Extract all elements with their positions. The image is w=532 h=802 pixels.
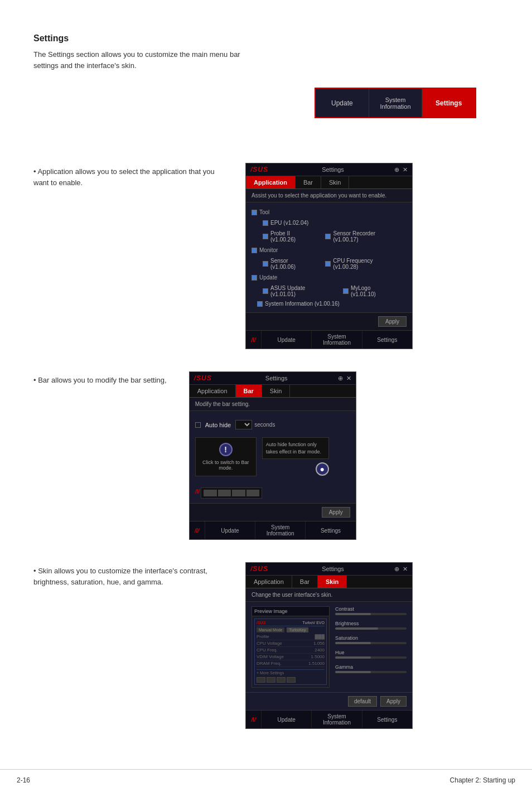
bullet-section-1: Application allows you to select the app… — [33, 163, 499, 349]
brightness-group: Brightness — [335, 621, 407, 630]
monitor-section: Monitor — [252, 247, 407, 253]
sensor-checkbox[interactable] — [263, 261, 268, 267]
bar-preview-area: ! Click to switch to Bar mode. Auto hide… — [195, 434, 350, 480]
tab-skin[interactable]: Skin — [321, 176, 349, 189]
bar-pin-icon[interactable]: ⊕ — [338, 375, 343, 382]
contrast-group: Contrast — [335, 606, 407, 615]
bottom-update-btn[interactable]: Update — [262, 331, 312, 349]
app-apply-button[interactable]: Apply — [378, 316, 407, 327]
mini-bar-row: /I/ — [195, 484, 350, 499]
bar-switch-icon[interactable]: ! — [219, 443, 233, 456]
bar-tab-bar[interactable]: Bar — [236, 385, 262, 397]
auto-hide-checkbox[interactable] — [195, 422, 201, 428]
contrast-label: Contrast — [335, 606, 407, 612]
close-icon[interactable]: ✕ — [403, 166, 408, 173]
skin-window-titlebar: /SUS Settings ⊕ ✕ — [246, 563, 412, 576]
skin-prev-row2: CPU Voltage 1.056 — [257, 640, 325, 647]
update-checkbox[interactable] — [252, 275, 257, 281]
brightness-track[interactable] — [335, 627, 407, 630]
pin-icon[interactable]: ⊕ — [394, 166, 399, 173]
skin-ctrl-4 — [287, 677, 296, 683]
bar-window-controls: ⊕ ✕ — [338, 375, 351, 382]
skin-bottom-settings-btn[interactable]: Settings — [362, 711, 412, 728]
saturation-label: Saturation — [335, 635, 407, 641]
gamma-group: Gamma — [335, 664, 407, 673]
skin-tab-bar[interactable]: Bar — [292, 576, 318, 588]
sensor-recorder-checkbox[interactable] — [325, 234, 331, 239]
asus-update-checkbox[interactable] — [263, 288, 268, 294]
skin-ctrl-2 — [267, 677, 275, 683]
cpu-freq-item: CPU Frequency (v1.00.28) — [320, 257, 401, 271]
page-title: Settings — [33, 33, 499, 44]
saturation-track[interactable] — [335, 642, 407, 644]
app-bottom-bar: /I/ Update SystemInformation Settings — [246, 330, 412, 349]
skin-tab-application[interactable]: Application — [246, 576, 292, 588]
bullet-section-2: Bar allows you to modify the bar setting… — [33, 371, 499, 540]
skin-ctrl-1 — [257, 677, 265, 683]
bottom-settings-btn[interactable]: Settings — [362, 331, 412, 349]
sysinfo-checkbox[interactable] — [257, 301, 263, 307]
monitor-checkbox[interactable] — [252, 248, 257, 253]
gamma-label: Gamma — [335, 664, 407, 670]
bar-bottom-sysinfo-btn[interactable]: SystemInformation — [255, 521, 306, 539]
app-tabs: Application Bar Skin — [246, 176, 412, 189]
epu-item: EPU (v1.02.04) — [257, 219, 314, 227]
mini-logo: /I/ — [195, 489, 200, 495]
tab-application[interactable]: Application — [246, 176, 296, 189]
skin-close-icon[interactable]: ✕ — [403, 566, 408, 573]
bar-tab-application[interactable]: Application — [190, 385, 236, 397]
skin-prev-controls — [257, 677, 325, 683]
skin-prev-row4: VDIM Voltage 1.5000 — [257, 654, 325, 660]
tab-bar[interactable]: Bar — [296, 176, 321, 189]
probe-checkbox[interactable] — [263, 234, 268, 239]
skin-apply-button[interactable]: Apply — [380, 696, 407, 707]
auto-hide-label: Auto hide — [205, 422, 231, 428]
skin-bottom-sysinfo-btn[interactable]: SystemInformation — [312, 711, 362, 728]
gamma-track[interactable] — [335, 671, 407, 673]
page-content: Settings The Settings section allows you… — [0, 0, 532, 774]
bar-bottom-update-btn[interactable]: Update — [205, 521, 255, 539]
gamma-fill — [335, 671, 371, 673]
window-controls: ⊕ ✕ — [394, 166, 408, 173]
skin-preview-header: /SUS TurboV EVO — [257, 621, 325, 626]
bar-tab-skin[interactable]: Skin — [262, 385, 290, 397]
nav-update[interactable]: Update — [316, 89, 369, 117]
cpu-freq-checkbox[interactable] — [325, 261, 331, 267]
bar-bottom-settings-btn[interactable]: Settings — [306, 521, 355, 539]
tool-checkbox[interactable] — [252, 210, 257, 215]
hue-track[interactable] — [335, 656, 407, 659]
skin-prev-tab2: TurboKey — [287, 627, 308, 632]
skin-bottom-update-btn[interactable]: Update — [262, 711, 312, 728]
bar-subtitle: Modify the bar setting. — [190, 398, 356, 411]
mylogo-checkbox[interactable] — [343, 288, 349, 294]
skin-preview-tabs-row: Manual Mode TurboKey — [257, 627, 325, 632]
sysinfo-item: System Information (v1.00.16) — [252, 299, 407, 308]
seconds-label: seconds — [254, 422, 275, 428]
bullet-text-3: Skin allows you to customize the interfa… — [33, 562, 223, 587]
bar-apply-button[interactable]: Apply — [322, 507, 350, 518]
seconds-dropdown[interactable]: 10 — [235, 420, 252, 429]
contrast-track[interactable] — [335, 613, 407, 615]
skin-inner-preview: /SUS TurboV EVO Manual Mode TurboKey Pro… — [254, 619, 327, 685]
skin-preview: Preview Image /SUS TurboV EVO Manual Mod… — [252, 606, 330, 688]
auto-hide-row: Auto hide 10 seconds — [195, 420, 350, 429]
page-description: The Settings section allows you to custo… — [33, 49, 245, 71]
nav-system-info[interactable]: SystemInformation — [369, 89, 423, 117]
window-title-app: Settings — [322, 166, 344, 173]
bottom-asus-logo: /I/ — [246, 331, 262, 349]
mini-seg-1 — [204, 490, 217, 496]
skin-tab-skin[interactable]: Skin — [318, 576, 347, 588]
footer-page-number: 2-16 — [17, 776, 30, 784]
bar-circle-btn[interactable]: ● — [316, 462, 329, 476]
nav-settings[interactable]: Settings — [422, 89, 475, 117]
hue-label: Hue — [335, 650, 407, 655]
bottom-sysinfo-btn[interactable]: SystemInformation — [312, 331, 362, 349]
skin-ctrl-3 — [277, 677, 286, 683]
mini-seg-3 — [232, 490, 245, 496]
bar-close-icon[interactable]: ✕ — [346, 375, 351, 382]
skin-preview-content: /SUS TurboV EVO Manual Mode TurboKey Pro… — [252, 616, 329, 687]
skin-pin-icon[interactable]: ⊕ — [394, 566, 399, 573]
bar-switch-label: Click to switch to Bar mode. — [199, 460, 253, 471]
skin-default-button[interactable]: default — [348, 696, 377, 707]
epu-checkbox[interactable] — [263, 220, 268, 226]
